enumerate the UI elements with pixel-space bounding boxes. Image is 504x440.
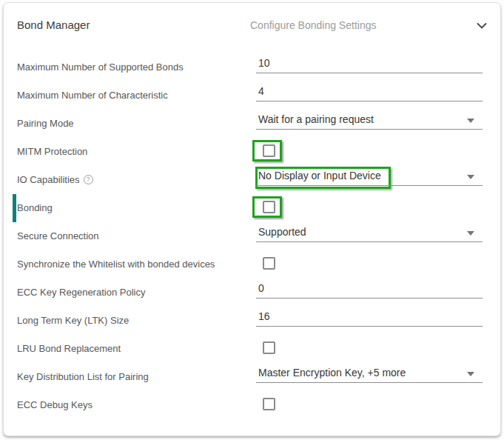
setting-control: 16 (256, 306, 483, 334)
setting-control (256, 334, 483, 362)
setting-control: 4 (256, 81, 483, 109)
field-underline (256, 298, 483, 299)
dropdown-caret-icon[interactable] (467, 119, 474, 123)
dropdown-caret-icon[interactable] (467, 231, 474, 236)
field-underline (256, 382, 483, 383)
setting-label: Bonding (17, 193, 53, 221)
row-secure-connection[interactable]: Secure Connection Supported (4, 221, 500, 250)
setting-label-text: Synchronize the Whitelist with bonded de… (17, 259, 215, 270)
setting-control: Wait for a pairing request (256, 109, 483, 137)
modified-indicator (13, 194, 16, 222)
chevron-down-icon[interactable] (475, 19, 488, 33)
select-key-distribution-list-for-pairing[interactable]: Master Encryption Key, +5 more (258, 367, 406, 379)
dropdown-caret-icon[interactable] (467, 175, 474, 179)
select-io-capabilities[interactable]: No Display or Input Device (258, 170, 381, 181)
setting-label-text: IO Capabilities (17, 174, 80, 185)
setting-control: 0 (256, 278, 483, 306)
setting-label-text: Long Term Key (LTK) Size (17, 315, 129, 326)
setting-control (256, 193, 483, 221)
setting-control (256, 390, 483, 419)
select-pairing-mode[interactable]: Wait for a pairing request (258, 113, 374, 125)
input-maximum-number-of-characteristic[interactable]: 4 (258, 85, 264, 97)
row-mitm-protection[interactable]: MITM Protection (4, 137, 500, 165)
setting-label: Key Distribution List for Pairing (17, 362, 149, 390)
field-underline (256, 185, 483, 186)
row-ecc-key-regeneration-policy[interactable]: ECC Key Regeneration Policy 0 (4, 278, 500, 306)
setting-label: ECC Key Regeneration Policy (17, 278, 145, 306)
row-maximum-number-of-supported-bonds[interactable]: Maximum Number of Supported Bonds 10 (4, 53, 500, 81)
setting-label-text: Secure Connection (17, 230, 99, 241)
checkbox-mitm-protection[interactable] (263, 144, 275, 157)
setting-label: Synchronize the Whitelist with bonded de… (17, 250, 215, 278)
input-maximum-number-of-supported-bonds[interactable]: 10 (258, 57, 270, 69)
help-icon[interactable]: ? (84, 175, 93, 184)
row-key-distribution-list-for-pairing[interactable]: Key Distribution List for Pairing Master… (4, 362, 500, 390)
setting-label-text: Bonding (17, 202, 53, 213)
setting-control: Master Encryption Key, +5 more (256, 362, 483, 390)
setting-control: Supported (256, 221, 483, 250)
field-underline (256, 101, 483, 101)
select-secure-connection[interactable]: Supported (258, 226, 306, 238)
input-ecc-key-regeneration-policy[interactable]: 0 (258, 282, 264, 294)
page-title: Bond Manager (17, 19, 90, 31)
field-underline (256, 129, 483, 130)
setting-label-text: Pairing Mode (17, 118, 74, 129)
row-bonding[interactable]: Bonding (4, 193, 500, 221)
setting-label: LRU Bond Replacement (17, 334, 121, 362)
setting-label-text: ECC Key Regeneration Policy (17, 287, 145, 298)
row-maximum-number-of-characteristic[interactable]: Maximum Number of Characteristic 4 (4, 81, 500, 109)
setting-label: Maximum Number of Supported Bonds (17, 53, 184, 81)
checkbox-lru-bond-replacement[interactable] (263, 341, 275, 354)
setting-control (256, 250, 483, 278)
field-underline (256, 73, 483, 73)
setting-label-text: Maximum Number of Supported Bonds (17, 61, 184, 73)
input-long-term-key-ltk-size[interactable]: 16 (258, 310, 270, 322)
setting-label-text: MITM Protection (17, 146, 87, 157)
setting-label-text: LRU Bond Replacement (17, 343, 121, 354)
setting-label-text: Maximum Number of Characteristic (17, 90, 168, 101)
bond-manager-card: Bond Manager Configure Bonding Settings … (3, 2, 501, 436)
row-ecc-debug-keys[interactable]: ECC Debug Keys (4, 390, 500, 419)
settings-rows: Maximum Number of Supported Bonds 10 Max… (4, 53, 500, 419)
field-underline (256, 326, 483, 327)
setting-label: Long Term Key (LTK) Size (17, 306, 129, 334)
setting-label: MITM Protection (17, 137, 87, 165)
setting-label: Pairing Mode (17, 109, 74, 137)
setting-control: No Display or Input Device (256, 165, 483, 193)
checkbox-synchronize-the-whitelist-with-bonded-devices[interactable] (263, 257, 275, 270)
setting-control: 10 (256, 53, 483, 81)
checkbox-bonding[interactable] (263, 201, 275, 213)
setting-label-text: Key Distribution List for Pairing (17, 371, 149, 382)
dropdown-caret-icon[interactable] (467, 372, 474, 376)
page-subtitle: Configure Bonding Settings (250, 19, 376, 31)
row-synchronize-the-whitelist-with-bonded-devices[interactable]: Synchronize the Whitelist with bonded de… (4, 250, 500, 278)
setting-label: Secure Connection (17, 221, 99, 250)
setting-label-text: ECC Debug Keys (17, 399, 93, 410)
row-pairing-mode[interactable]: Pairing Mode Wait for a pairing request (4, 109, 500, 137)
row-long-term-key-ltk-size[interactable]: Long Term Key (LTK) Size 16 (4, 306, 500, 334)
setting-label: ECC Debug Keys (17, 390, 93, 419)
field-underline (256, 241, 483, 242)
row-io-capabilities[interactable]: IO Capabilities ? No Display or Input De… (4, 165, 500, 193)
setting-control (256, 137, 483, 165)
row-lru-bond-replacement[interactable]: LRU Bond Replacement (4, 334, 500, 362)
setting-label: Maximum Number of Characteristic (17, 81, 168, 109)
checkbox-ecc-debug-keys[interactable] (263, 398, 275, 410)
setting-label: IO Capabilities ? (17, 165, 93, 193)
